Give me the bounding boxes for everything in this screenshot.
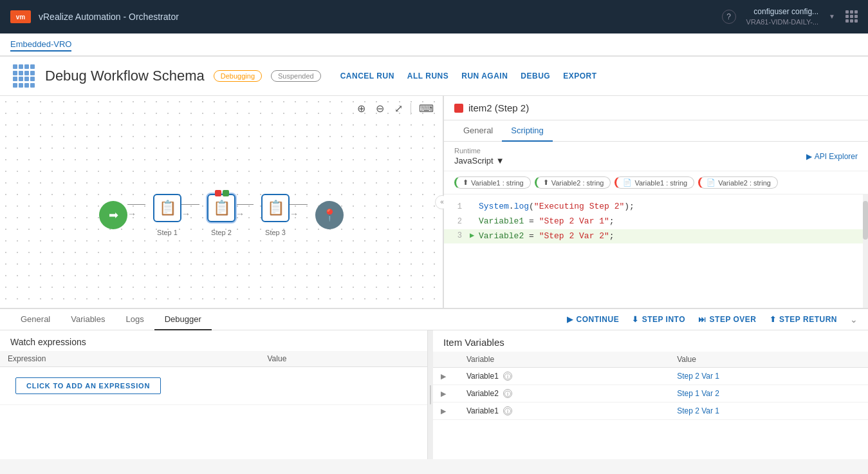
- expand-icon-3[interactable]: ▶: [441, 407, 446, 415]
- panel-tabs: General Scripting: [444, 120, 868, 142]
- var-value-1: Step 2 Var 1: [669, 368, 868, 385]
- var-tag-in-2[interactable]: ⬆ Variable2 : string: [535, 176, 611, 189]
- step-into-label: STEP INTO: [642, 315, 685, 324]
- var-tag-icon-3: 📄: [623, 178, 632, 187]
- panel-title: item2 (Step 2): [468, 102, 529, 113]
- header-actions: CANCEL RUN ALL RUNS RUN AGAIN DEBUG EXPO…: [340, 71, 597, 81]
- arrow-4: ——→: [290, 198, 315, 219]
- step-over-button[interactable]: ⏭ STEP OVER: [698, 315, 756, 324]
- col-variable: Variable: [459, 352, 669, 368]
- runtime-label: Runtime: [454, 147, 504, 155]
- var-tag-out-1[interactable]: 📄 Variable1 : string: [614, 176, 694, 189]
- zoom-out-button[interactable]: ⊖: [373, 101, 387, 116]
- item-vars-table: Variable Value ▶ Variable1 ⓘ Step 2 Var …: [433, 352, 868, 459]
- code-line-1: 1 System.log("Executing Step 2");: [444, 200, 868, 214]
- user-info: configuser config... VRA81-VIDM-DAILY-..…: [746, 7, 818, 26]
- api-explorer-arrow: ▶: [806, 152, 812, 161]
- step1-icon: 📋: [153, 194, 181, 222]
- end-icon: 📍: [315, 201, 344, 229]
- panel-header: item2 (Step 2): [444, 96, 868, 120]
- continue-button[interactable]: ▶ CONTINUE: [567, 315, 619, 324]
- tab-general[interactable]: General: [454, 120, 502, 142]
- collapse-bottom-icon[interactable]: ⌄: [850, 314, 858, 325]
- bottom-section: General Variables Logs Debugger ▶ CONTIN…: [0, 308, 868, 459]
- expand-icon-1[interactable]: ▶: [441, 372, 446, 380]
- suspended-badge: Suspended: [271, 70, 321, 82]
- watch-table: Expression Value CLICK TO ADD AN EXPRESS…: [0, 351, 427, 459]
- var-row-2: ▶ Variable2 ⓘ Step 1 Var 2: [433, 385, 868, 403]
- code-line-3: 3 ▶ Variable2 = "Step 2 Var 2";: [444, 229, 868, 244]
- var-tag-icon-1: ⬆: [463, 178, 468, 187]
- step-into-button[interactable]: ⬇ STEP INTO: [632, 315, 685, 324]
- var-tag-in-1[interactable]: ⬆ Variable1 : string: [454, 176, 531, 189]
- step2-icon: 📋: [207, 194, 235, 222]
- arrow-3: ——→: [235, 198, 261, 219]
- code-editor[interactable]: 1 System.log("Executing Step 2"); 2 Vari…: [444, 194, 868, 308]
- debug-button[interactable]: DEBUG: [521, 71, 550, 81]
- code-scrollbar[interactable]: [863, 194, 868, 308]
- tab-general-bottom[interactable]: General: [10, 309, 60, 330]
- var-row-3: ▶ Variable1 ⓘ Step 2 Var 1: [433, 403, 868, 420]
- all-runs-button[interactable]: ALL RUNS: [407, 71, 448, 81]
- watch-expressions-table: Expression Value CLICK TO ADD AN EXPRESS…: [0, 351, 427, 405]
- step3-label: Step 3: [265, 229, 286, 236]
- info-icon-1[interactable]: ⓘ: [503, 372, 512, 381]
- workflow-step2-node[interactable]: 📋 Step 2: [207, 194, 235, 236]
- vm-logo: vm: [10, 10, 31, 23]
- app-title: vRealize Automation - Orchestrator: [39, 12, 714, 22]
- canvas-inner: ➡ ——→ 📋 Step 1 ——→ 📋 Step 2: [0, 122, 443, 308]
- var-name-1: Variable1 ⓘ: [459, 368, 669, 385]
- user-dropdown-icon[interactable]: ▼: [829, 13, 835, 20]
- tab-variables-bottom[interactable]: Variables: [60, 309, 115, 330]
- workflow-step3-node[interactable]: 📋 Step 3: [261, 194, 290, 236]
- user-server: VRA81-VIDM-DAILY-...: [746, 17, 818, 26]
- scrollbar-thumb[interactable]: [863, 201, 868, 240]
- info-icon-2[interactable]: ⓘ: [503, 389, 512, 398]
- step-over-icon: ⏭: [698, 315, 706, 324]
- workflow-start-node[interactable]: ➡: [99, 201, 127, 229]
- var-tag-out-2[interactable]: 📄 Variable2 : string: [698, 176, 778, 189]
- watch-panel-title: Watch expressions: [0, 330, 427, 351]
- page-title: Debug Workflow Schema: [45, 68, 205, 84]
- apps-grid-icon[interactable]: [845, 10, 858, 23]
- code-line-2: 2 Variable1 = "Step 2 Var 1";: [444, 214, 868, 229]
- api-explorer-label: API Explorer: [815, 152, 858, 161]
- topbar-right: ? configuser config... VRA81-VIDM-DAILY-…: [722, 7, 858, 26]
- runtime-selector[interactable]: JavaScript ▼: [454, 156, 504, 166]
- runtime-section: Runtime JavaScript ▼: [454, 147, 504, 166]
- cancel-run-button[interactable]: CANCEL RUN: [340, 71, 394, 81]
- watch-panel: Watch expressions Expression Value CLICK…: [0, 330, 428, 459]
- step-return-button[interactable]: ⬆ STEP RETURN: [770, 315, 837, 324]
- var-value-2: Step 1 Var 2: [669, 385, 868, 403]
- add-expression-button[interactable]: CLICK TO ADD AN EXPRESSION: [15, 377, 161, 394]
- continue-icon: ▶: [567, 315, 573, 324]
- zoom-in-button[interactable]: ⊕: [355, 101, 368, 116]
- start-icon: ➡: [99, 201, 127, 229]
- info-icon-3[interactable]: ⓘ: [503, 406, 512, 415]
- debugging-badge: Debugging: [214, 70, 262, 82]
- var-tag-label-3: Variable1 : string: [634, 179, 687, 187]
- panel-body: Runtime JavaScript ▼ ▶ API Explorer ⬆ Va…: [444, 142, 868, 308]
- panel-divider[interactable]: [428, 330, 433, 459]
- workflow-end-node[interactable]: 📍: [315, 201, 344, 229]
- api-explorer-link[interactable]: ▶ API Explorer: [806, 152, 858, 161]
- workflow-step1-node[interactable]: 📋 Step 1: [153, 194, 181, 236]
- subnav-embedded-vro[interactable]: Embedded-VRO: [10, 39, 71, 52]
- tab-scripting[interactable]: Scripting: [502, 120, 553, 142]
- var-tag-icon-4: 📄: [706, 178, 716, 187]
- var-tag-icon-2: ⬆: [543, 178, 549, 187]
- expand-icon-2[interactable]: ▶: [441, 390, 446, 397]
- help-icon[interactable]: ?: [722, 10, 736, 24]
- step2-red-indicator: [215, 190, 221, 196]
- bottom-tabs-bar: General Variables Logs Debugger ▶ CONTIN…: [0, 309, 868, 330]
- export-button[interactable]: EXPORT: [563, 71, 596, 81]
- tab-debugger-bottom[interactable]: Debugger: [154, 309, 212, 330]
- run-again-button[interactable]: RUN AGAIN: [461, 71, 508, 81]
- fit-button[interactable]: ⤢: [392, 101, 405, 116]
- step-return-label: STEP RETURN: [779, 315, 837, 324]
- bottom-tabs: General Variables Logs Debugger: [10, 309, 212, 330]
- tab-logs-bottom[interactable]: Logs: [115, 309, 154, 330]
- step3-icon: 📋: [261, 194, 290, 222]
- keyboard-button[interactable]: ⌨: [416, 101, 436, 116]
- runtime-dropdown-icon[interactable]: ▼: [496, 156, 504, 166]
